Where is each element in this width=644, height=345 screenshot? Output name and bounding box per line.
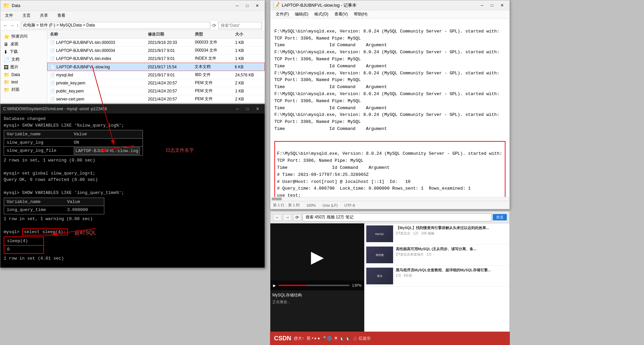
file-icon: 📄 mysql.ibd — [50, 73, 148, 77]
folder-data-icon: 📁 — [4, 72, 9, 77]
sidebar-item-downloads[interactable]: ⬇ 下载 — [0, 48, 47, 56]
maximize-button[interactable]: □ — [243, 2, 252, 9]
video-title-3: 黑马程序员MySQL全套教程、超详细的MySQL存储引擎... — [396, 268, 491, 273]
cmd-maximize-button[interactable]: □ — [243, 106, 252, 112]
address-path[interactable]: 此电脑 > 软件 (F:) > MySQLData > Data — [21, 22, 210, 29]
minimize-button[interactable]: ─ — [232, 2, 242, 9]
ribbon-bar: 文件 主页 共享 查看 — [0, 11, 265, 20]
notepad-close-button[interactable]: ✕ — [497, 2, 507, 9]
col-name: 名称 — [50, 31, 148, 37]
search-input[interactable] — [218, 22, 262, 29]
video-item-2[interactable]: 高性能 高性能高可用MySQL (主从同步、读写分离、备... DT老北京来老地… — [364, 245, 509, 266]
cmd-table2: Variable_name Value long_query_time 3.00… — [4, 198, 261, 214]
file-row-publickey[interactable]: 📄 public_key.pem 2021/4/24 20:57 PEM 文件 … — [47, 87, 265, 95]
notepad-content[interactable]: F:\MySQL\bin\mysqld.exe, Version: 8.0.24… — [270, 18, 509, 197]
cmd-titlebar: C:\WINDOWS\system32\cmd.exe - mysql -uro… — [0, 104, 265, 114]
file-list-area: 名称 修改日期 类型 大小 📄 LAPTOP-BJUBNFVL-bin.0000… — [47, 30, 265, 104]
cmd-content: Database changed mysql> SHOW VARIABLES L… — [0, 114, 265, 268]
notepad-window: 📝 LAPTOP-BJUBNFVL-slow.log - 记事本 ─ □ ✕ 文… — [270, 0, 510, 209]
menu-help[interactable]: 帮助(H) — [351, 11, 370, 18]
menu-file[interactable]: 文件(F) — [273, 11, 291, 18]
bottom-content: ▶ ▶ 1:97% MySQL存储结构 正在播放... MySQL — [270, 223, 509, 345]
video-title-1: 【MySQL】找到慢查询引擎讲解从头来过以达到此效果... — [396, 225, 489, 230]
progress-bar[interactable] — [278, 285, 350, 286]
file-row-binindex[interactable]: 📄 LAPTOP-BJUBNFVL-bin.index 2021/9/17 9:… — [47, 55, 265, 63]
refresh-button[interactable]: ⟳ — [212, 23, 216, 28]
file-row-slowlog[interactable]: 📄 LAPTOP-BJUBNFVL-slow.log 2021/9/17 15:… — [47, 63, 265, 71]
video-item-1[interactable]: MySQL 【MySQL】找到慢查询引擎讲解从头来过以达到此效果... DT老北… — [364, 223, 509, 245]
ribbon-tab-file[interactable]: 文件 — [3, 12, 15, 19]
notepad-highlighted-block: F:\MySQL\bin\mysqld.exe, Version: 8.0.24… — [274, 141, 505, 197]
csdn-user: @大↑ — [294, 336, 304, 341]
forward-button[interactable]: → — [10, 23, 14, 28]
sidebar-item-test[interactable]: 📁 test — [0, 78, 47, 86]
toolbar-back-btn[interactable]: ← — [273, 214, 282, 221]
cmd-line-set: mysql> set global slow_query_log=1; — [4, 170, 261, 177]
file-row-servercert[interactable]: 📄 server-cert.pem 2021/4/24 20:57 PEM 文件… — [47, 95, 265, 103]
close-button[interactable]: ✕ — [253, 2, 262, 9]
video-info-1: 【MySQL】找到慢查询引擎讲解从头来过以达到此效果... DT老北京 · 1万… — [396, 225, 489, 242]
notepad-statusbar: 第 1 行，第 1 列 100% Unix (LF) UTF-8 — [270, 201, 509, 209]
ribbon-tab-home[interactable]: 主页 — [20, 12, 33, 19]
video-player[interactable]: ▶ ▶ 1:97% — [270, 223, 364, 290]
notepad-minimize-button[interactable]: ─ — [477, 2, 487, 9]
menu-format[interactable]: 格式(O) — [312, 11, 331, 18]
folder-cover-icon: 📁 — [4, 87, 9, 92]
file-explorer-window: 📁 Data ─ □ ✕ 文件 主页 共享 查看 ← → ↑ 此电脑 > 软件 … — [0, 0, 265, 104]
bottom-area: ← → ⟳ 搜索 450万 视频 12万 笔记 发送 ▶ ▶ 1:97% MyS… — [270, 211, 510, 345]
bottom-toolbar: ← → ⟳ 搜索 450万 视频 12万 笔记 发送 — [270, 211, 509, 223]
back-button[interactable]: ← — [3, 23, 8, 28]
cmd-line-rows1: 2 rows in set, 1 warning (0.00 sec) — [4, 157, 261, 164]
scrollbar-thumb[interactable] — [272, 198, 282, 200]
cmd-line-db: Database changed — [4, 116, 261, 122]
csdn-tools: 英 • ♦ ● 🎤 🌐 📮 🐧 🐧 — [307, 336, 351, 341]
download-icon: ⬇ — [4, 49, 8, 55]
toolbar-forward-btn[interactable]: → — [283, 214, 292, 221]
col-type: 类型 — [195, 31, 235, 37]
up-button[interactable]: ↑ — [16, 23, 19, 28]
sidebar-item-desktop[interactable]: 🖥 桌面 — [0, 40, 47, 48]
video-title-2: 高性能高可用MySQL (主从同步、读写分离、备... — [396, 247, 477, 252]
video-meta-2: DT老北京来老地方 · 1万 — [396, 252, 477, 257]
publish-button[interactable]: 发送 — [493, 214, 507, 220]
notepad-maximize-button[interactable]: □ — [487, 2, 497, 9]
sidebar-item-cover[interactable]: 📁 封面 — [0, 86, 47, 93]
file-icon: 📄 LAPTOP-BJUBNFVL-bin.index — [50, 56, 148, 61]
sidebar-item-documents[interactable]: 📄 文档 — [0, 56, 47, 63]
menu-view[interactable]: 查看(V) — [332, 11, 351, 18]
file-row-bin000033[interactable]: 📄 LAPTOP-BJUBNFVL-bin.000033 2021/9/16 2… — [47, 39, 265, 47]
browser-address[interactable]: 搜索 450万 视频 12万 笔记 — [303, 213, 491, 221]
notepad-titlebar: 📝 LAPTOP-BJUBNFVL-slow.log - 记事本 ─ □ ✕ — [270, 0, 509, 10]
address-bar: ← → ↑ 此电脑 > 软件 (F:) > MySQLData > Data ⟳ — [0, 20, 265, 30]
cmd-minimize-button[interactable]: ─ — [233, 106, 242, 112]
file-row-privatekey[interactable]: 📄 private_key.pem 2021/4/24 20:57 PEM 文件… — [47, 79, 265, 87]
col-varname: Variable_name — [7, 131, 74, 138]
file-row-mysqlibd[interactable]: 📄 mysql.ibd 2021/9/17 9:01 IBD 文件 24,576… — [47, 71, 265, 79]
ribbon-tab-share[interactable]: 共享 — [38, 12, 50, 19]
video-meta-3: 1万 · 8月前 — [396, 273, 491, 278]
col-value: Value — [74, 131, 87, 138]
file-icon: 📄 LAPTOP-BJUBNFVL-bin.000033 — [50, 40, 148, 45]
file-icon: 📄 server-cert.pem — [50, 97, 148, 101]
video-sidebar: MySQL 【MySQL】找到慢查询引擎讲解从头来过以达到此效果... DT老北… — [364, 223, 509, 345]
file-row-bin000034[interactable]: 📄 LAPTOP-BJUBNFVL-bin.000034 2021/9/17 9… — [47, 47, 265, 55]
ribbon-tab-view[interactable]: 查看 — [55, 12, 67, 19]
video-info-2: 高性能高可用MySQL (主从同步、读写分离、备... DT老北京来老地方 · … — [396, 247, 477, 263]
video-item-3[interactable]: 黑马 黑马程序员MySQL全套教程、超详细的MySQL存储引擎... 1万 · … — [364, 266, 509, 287]
play-icon[interactable]: ▶ — [273, 283, 276, 288]
sidebar-item-pictures[interactable]: 🖼 图片 — [0, 63, 47, 71]
slow-log-file-value: LAPTOP-BJUBNFVL-slow.log — [74, 147, 140, 155]
cmd-line-queryok: Query OK, 0 rows affected (0.00 sec) — [4, 177, 261, 183]
cmd-title: C:\WINDOWS\system32\cmd.exe - mysql -uro… — [3, 107, 233, 111]
toolbar-refresh-btn[interactable]: ⟳ — [293, 214, 301, 221]
cmd-close-button[interactable]: ✕ — [253, 106, 262, 112]
sidebar-item-data[interactable]: 📁 Data — [0, 71, 47, 78]
csdn-logo: CSDN — [274, 335, 291, 342]
video-meta-1: DT老北京 · 1万 · 146 视频 — [396, 231, 489, 236]
menu-edit[interactable]: 编辑(E) — [292, 11, 311, 18]
video-thumb-2: 高性能 — [366, 247, 393, 263]
notepad-scrollbar-area — [270, 197, 509, 201]
file-list-header: 名称 修改日期 类型 大小 — [47, 30, 265, 39]
sidebar-item-quickaccess[interactable]: ⭐ 快速访问 — [0, 32, 47, 40]
cmd-window: C:\WINDOWS\system32\cmd.exe - mysql -uro… — [0, 104, 265, 268]
